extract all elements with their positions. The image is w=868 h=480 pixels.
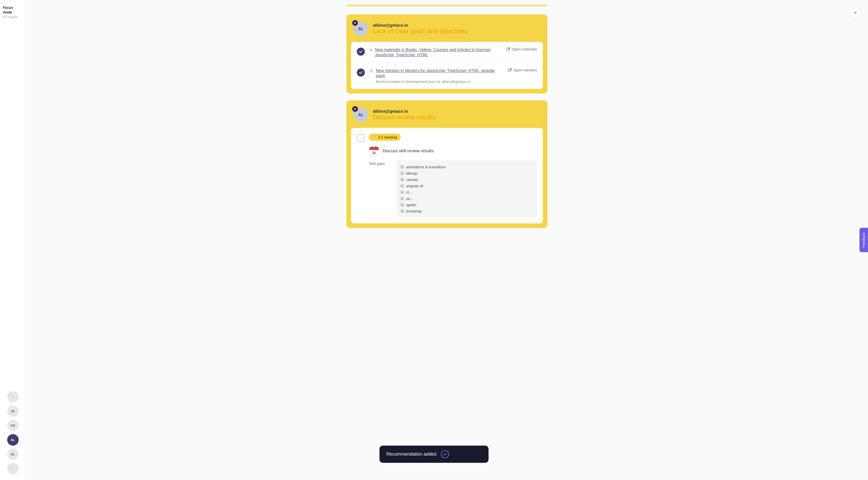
skill-tag-3: ◎ canvas xyxy=(400,176,534,183)
card-1-recommendations: ★ New materials in Books, Videos, Course… xyxy=(351,42,543,89)
svg-rect-6 xyxy=(375,146,376,148)
rec-2-content: New mentors in Mentors for JavaScript, T… xyxy=(369,68,537,84)
meeting-badge: ⚡ 1:1 meeting xyxy=(369,134,401,141)
nav-al-active[interactable]: AL xyxy=(7,434,19,446)
left-panel: Focus mode All insights ↑ 23 CS AL AL ↓ xyxy=(0,0,26,480)
card-1-header: AL albina@getace.io Lack of clear goals … xyxy=(346,14,547,42)
insight-card-1: AL albina@getace.io Lack of clear goals … xyxy=(346,14,547,94)
skill-tags-container: ◎ animations & transitions ◎ bitmap ◎ ca… xyxy=(396,160,537,218)
skill-gaps-section: Skill gaps ◎ animations & transitions ◎ … xyxy=(369,160,537,218)
rec-2-action-label: Open mentors xyxy=(514,68,537,72)
insight-card-2: AL albina@getace.io Discuss review resul… xyxy=(346,100,547,228)
toast-message: Recommendation added xyxy=(386,452,436,457)
card-2-header: AL albina@getace.io Discuss review resul… xyxy=(346,100,547,128)
skill-icon-2: ◎ xyxy=(400,171,404,175)
rec-2-checkbox[interactable] xyxy=(357,69,365,76)
rec-1-checkbox[interactable] xyxy=(357,47,365,56)
rec-1-action[interactable]: Open materials xyxy=(506,47,537,51)
card-2-title: Discuss review results xyxy=(373,113,435,121)
card-1-header-text: albina@getace.io Lack of clear goals and… xyxy=(373,23,468,35)
skill-tag-5: ◎ cl... xyxy=(400,189,534,195)
rec-1-action-label: Open materials xyxy=(512,47,537,51)
card-2-avatar-wrapper: AL xyxy=(353,107,368,122)
star-icon: ★ xyxy=(369,48,373,52)
nav-cs[interactable]: CS xyxy=(7,420,19,431)
rec-1-content: ★ New materials in Books, Videos, Course… xyxy=(369,47,537,57)
rec-1-text-area: New materials in Books, Videos, Courses … xyxy=(375,47,504,57)
progress-bar xyxy=(346,5,547,6)
meeting-row: 12 Discuss skill review results xyxy=(369,145,537,156)
card-2-meeting-content: ⚡ 1:1 meeting 12 Discuss skill review re… xyxy=(351,128,543,224)
skill-icon-8: ◎ xyxy=(400,209,404,213)
card-2-email: albina@getace.io xyxy=(373,109,435,113)
main-content: AL albina@getace.io Lack of clear goals … xyxy=(26,0,868,480)
svg-rect-5 xyxy=(372,146,373,148)
rec-2-subtext: Mentors added to development plan for al… xyxy=(376,79,505,84)
meeting-title: Discuss skill review results xyxy=(383,148,434,153)
nav-down-button[interactable]: ↓ xyxy=(7,463,19,474)
mentor-icon xyxy=(369,69,373,74)
skill-icon-3: ◎ xyxy=(400,177,404,182)
skill-tag-8: ◎ bootstrap xyxy=(400,208,534,214)
card-2-badge-icon xyxy=(352,106,358,112)
card-1-title: Lack of clear goals and objectives xyxy=(373,28,468,35)
rec-item-1: ★ New materials in Books, Videos, Course… xyxy=(351,42,543,63)
skill-tag-7: ◎ apollo xyxy=(400,202,534,208)
rec-2-text-area: New mentors in Mentors for JavaScript, T… xyxy=(376,68,505,84)
rec-2-link[interactable]: New mentors in Mentors for JavaScript, T… xyxy=(376,68,495,78)
skill-icon-1: ◎ xyxy=(400,165,404,169)
all-insights-subtitle: All insights xyxy=(3,15,23,19)
card-2-header-text: albina@getace.io Discuss review results xyxy=(373,109,435,121)
toast-notification: Recommendation added xyxy=(379,446,489,463)
toast-check-icon xyxy=(441,450,449,458)
nav-count: 23 xyxy=(7,406,19,417)
calendar-icon: 12 xyxy=(369,145,379,156)
skill-icon-7: ◎ xyxy=(400,202,404,207)
rec-item-2: New mentors in Mentors for JavaScript, T… xyxy=(351,63,543,89)
sidebar-nav: ↑ 23 CS AL AL ↓ xyxy=(3,391,23,474)
nav-up-button[interactable]: ↑ xyxy=(7,391,19,403)
svg-text:12: 12 xyxy=(372,151,376,155)
skill-icon-4: ◎ xyxy=(400,183,404,188)
rec-1-link[interactable]: New materials in Books, Videos, Courses … xyxy=(375,47,491,57)
close-button[interactable]: × xyxy=(849,7,861,19)
skill-tag-1: ◎ animations & transitions xyxy=(400,164,534,170)
nav-al-secondary[interactable]: AL xyxy=(7,448,19,460)
rec-2-action[interactable]: Open mentors xyxy=(508,68,537,72)
focus-mode-label: Focus mode All insights xyxy=(3,6,23,19)
meeting-checkbox[interactable] xyxy=(357,134,364,142)
card-1-avatar-wrapper: AL xyxy=(353,21,368,36)
svg-rect-0 xyxy=(506,48,509,51)
skill-icon-6: ◎ xyxy=(400,196,404,201)
svg-rect-2 xyxy=(508,69,510,72)
card-1-badge-icon xyxy=(352,20,358,26)
skill-tag-4: ◎ angular cli xyxy=(400,183,534,189)
focus-mode-title: Focus mode xyxy=(3,6,23,14)
svg-rect-4 xyxy=(369,147,379,150)
feedback-button[interactable]: Feedback xyxy=(860,228,868,252)
skill-tag-6: ◎ se... xyxy=(400,195,534,202)
skill-icon-5: ◎ xyxy=(400,190,404,195)
skill-gaps-label: Skill gaps xyxy=(369,160,392,218)
card-1-email: albina@getace.io xyxy=(373,23,468,28)
skill-tag-2: ◎ bitmap xyxy=(400,170,534,176)
